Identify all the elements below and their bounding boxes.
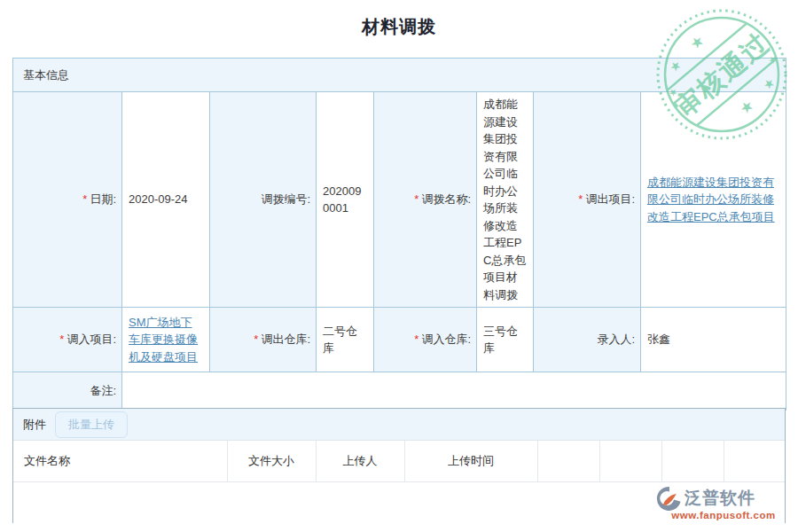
out-project-link[interactable]: 成都能源建设集团投资有限公司临时办公场所装修改造工程EPC总承包项目 bbox=[647, 176, 775, 223]
required-marker: * bbox=[82, 192, 87, 206]
required-marker: * bbox=[578, 192, 583, 206]
transfer-no-value: 2020090001 bbox=[317, 92, 374, 308]
required-marker: * bbox=[414, 332, 419, 346]
attachments-header-row: 文件名称 文件大小 上传人 上传时间 bbox=[13, 441, 785, 482]
column-header-uploader: 上传人 bbox=[316, 441, 404, 482]
required-marker: * bbox=[59, 332, 64, 346]
attachment-col-empty bbox=[599, 441, 661, 482]
column-header-file-name: 文件名称 bbox=[13, 441, 227, 482]
attachments-table: 文件名称 文件大小 上传人 上传时间 bbox=[13, 441, 785, 482]
in-warehouse-value: 三号仓库 bbox=[477, 308, 534, 372]
out-warehouse-label: *调出仓库: bbox=[210, 308, 317, 372]
transfer-no-label: 调拨编号: bbox=[210, 92, 317, 308]
in-project-cell: SM广场地下车库更换摄像机及硬盘项目 bbox=[122, 308, 210, 372]
column-header-file-size: 文件大小 bbox=[227, 441, 316, 482]
in-project-label: *调入项目: bbox=[13, 308, 122, 372]
required-marker: * bbox=[414, 192, 419, 206]
batch-upload-button[interactable]: 批量上传 bbox=[55, 411, 128, 438]
column-header-upload-time: 上传时间 bbox=[404, 441, 537, 482]
required-marker: * bbox=[254, 332, 258, 346]
star-icon: ★ bbox=[736, 97, 757, 118]
watermark-url: www.fanpusoft.com bbox=[656, 510, 791, 520]
approval-stamp-icon: 审核通过 ★ ★ ★ ★ ★ ★ bbox=[651, 4, 793, 145]
table-row: 备注: bbox=[13, 372, 786, 411]
remark-value bbox=[122, 372, 786, 411]
attachment-col-empty bbox=[537, 441, 599, 482]
attachments-header: 附件 批量上传 bbox=[13, 409, 785, 441]
transfer-name-value: 成都能源建设集团投资有限公司临时办公场所装修改造工程EPC总承包项目材料调拨 bbox=[477, 92, 534, 308]
star-icon: ★ bbox=[760, 74, 778, 92]
out-warehouse-value: 二号仓库 bbox=[317, 308, 374, 372]
in-project-link[interactable]: SM广场地下车库更换摄像机及硬盘项目 bbox=[129, 316, 198, 364]
watermark: 泛普软件 www.fanpusoft.com bbox=[656, 486, 791, 520]
watermark-brand: 泛普软件 bbox=[685, 487, 755, 510]
recorder-label: 录入人: bbox=[534, 308, 641, 372]
star-icon: ★ bbox=[667, 57, 685, 74]
recorder-value: 张鑫 bbox=[641, 308, 786, 372]
star-icon: ★ bbox=[686, 32, 708, 53]
fanpu-logo-icon bbox=[656, 486, 681, 511]
table-row: *调入项目: SM广场地下车库更换摄像机及硬盘项目 *调出仓库: 二号仓库 *调… bbox=[13, 308, 786, 372]
transfer-name-label: *调拨名称: bbox=[374, 92, 477, 308]
out-project-label: *调出项目: bbox=[534, 92, 641, 308]
date-label: *日期: bbox=[13, 92, 122, 308]
attachments-title: 附件 bbox=[23, 417, 46, 433]
attachment-col-empty bbox=[661, 441, 724, 482]
date-value: 2020-09-24 bbox=[122, 92, 210, 308]
in-warehouse-label: *调入仓库: bbox=[374, 308, 477, 372]
attachment-col-empty bbox=[724, 441, 785, 482]
remark-label: 备注: bbox=[13, 372, 122, 411]
